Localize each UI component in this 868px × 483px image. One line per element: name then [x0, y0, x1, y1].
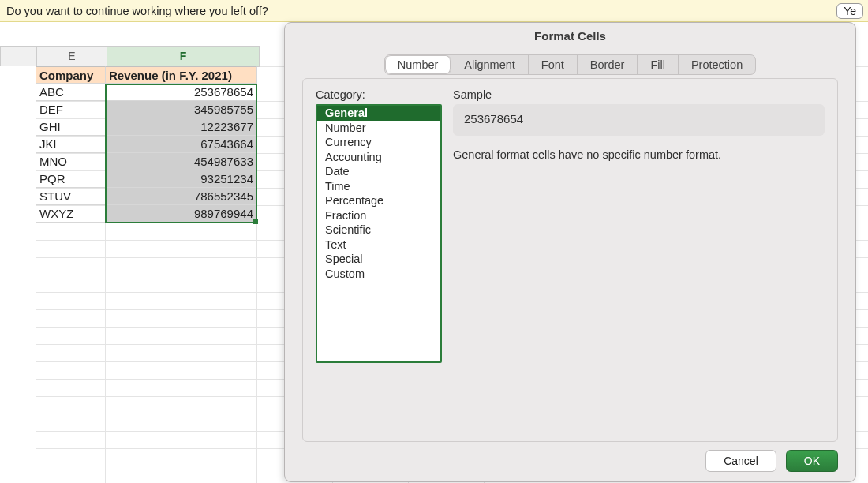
cancel-button[interactable]: Cancel [705, 450, 776, 472]
category-list[interactable]: General Number Currency Accounting Date … [316, 104, 442, 363]
tab-font[interactable]: Font [529, 55, 578, 74]
cell-company[interactable]: STUV [36, 188, 106, 205]
tab-alignment[interactable]: Alignment [451, 55, 528, 74]
tab-protection[interactable]: Protection [679, 55, 755, 74]
cell-company[interactable]: WXYZ [36, 205, 106, 223]
cell-company[interactable]: JKL [36, 136, 106, 153]
cell-revenue[interactable]: 93251234 [106, 170, 257, 188]
cell-revenue[interactable]: 454987633 [106, 153, 257, 170]
cell-company[interactable]: ABC [36, 84, 106, 101]
category-item-time[interactable]: Time [317, 179, 440, 194]
cell-revenue[interactable]: 253678654 [106, 84, 257, 101]
tab-border[interactable]: Border [578, 55, 638, 74]
tab-fill[interactable]: Fill [638, 55, 679, 74]
category-item-fraction[interactable]: Fraction [317, 208, 440, 223]
data-grid: Company Revenue (in F.Y. 2021) ABC 25367… [0, 66, 257, 223]
spreadsheet-area: E F Company Revenue (in F.Y. 2021) ABC 2… [0, 22, 868, 483]
category-item-date[interactable]: Date [317, 164, 440, 179]
dialog-tabs: Number Alignment Font Border Fill Protec… [285, 51, 855, 75]
row-header[interactable] [0, 188, 36, 205]
sample-value: 253678654 [453, 104, 825, 136]
resume-info-bar: Do you want to continue working where yo… [0, 0, 868, 22]
category-description: General format cells have no specific nu… [453, 148, 825, 161]
category-item-text[interactable]: Text [317, 238, 440, 253]
col-header-f[interactable]: F [107, 46, 260, 67]
ok-button[interactable]: OK [786, 450, 838, 472]
cell-revenue[interactable]: 786552345 [106, 188, 257, 205]
row-header[interactable] [0, 205, 36, 223]
dialog-title: Format Cells [285, 23, 855, 51]
col-header-e[interactable]: E [37, 46, 107, 67]
cell-revenue[interactable]: 989769944 [106, 205, 257, 223]
row-header[interactable] [0, 170, 36, 188]
cell-company[interactable]: GHI [36, 118, 106, 136]
category-item-number[interactable]: Number [317, 121, 440, 136]
resume-yes-button[interactable]: Ye [836, 3, 863, 19]
dialog-body: Category: Sample General Number Currency… [302, 78, 838, 442]
category-item-general[interactable]: General [317, 106, 440, 121]
row-header[interactable] [0, 101, 36, 118]
row-header[interactable] [0, 66, 36, 84]
row-header[interactable] [0, 136, 36, 153]
header-revenue[interactable]: Revenue (in F.Y. 2021) [106, 66, 257, 84]
cell-company[interactable]: DEF [36, 101, 106, 118]
dialog-buttons: Cancel OK [705, 450, 838, 472]
resume-message: Do you want to continue working where yo… [5, 5, 268, 17]
category-item-percentage[interactable]: Percentage [317, 193, 440, 208]
cell-revenue[interactable]: 67543664 [106, 136, 257, 153]
column-headers: E F [0, 46, 260, 66]
category-item-scientific[interactable]: Scientific [317, 223, 440, 238]
tab-number[interactable]: Number [385, 55, 452, 74]
select-all-corner[interactable] [0, 46, 37, 67]
category-item-custom[interactable]: Custom [317, 267, 440, 282]
category-item-accounting[interactable]: Accounting [317, 150, 440, 165]
row-header[interactable] [0, 153, 36, 170]
row-header[interactable] [0, 118, 36, 136]
cell-company[interactable]: PQR [36, 170, 106, 188]
category-item-currency[interactable]: Currency [317, 135, 440, 150]
category-item-special[interactable]: Special [317, 252, 440, 267]
format-cells-dialog: Format Cells Number Alignment Font Borde… [284, 22, 856, 482]
cell-revenue[interactable]: 345985755 [106, 101, 257, 118]
sample-label: Sample [453, 88, 492, 101]
cell-company[interactable]: MNO [36, 153, 106, 170]
row-header[interactable] [0, 84, 36, 101]
category-label: Category: [316, 88, 365, 101]
header-company[interactable]: Company [36, 66, 106, 84]
cell-revenue[interactable]: 12223677 [106, 118, 257, 136]
